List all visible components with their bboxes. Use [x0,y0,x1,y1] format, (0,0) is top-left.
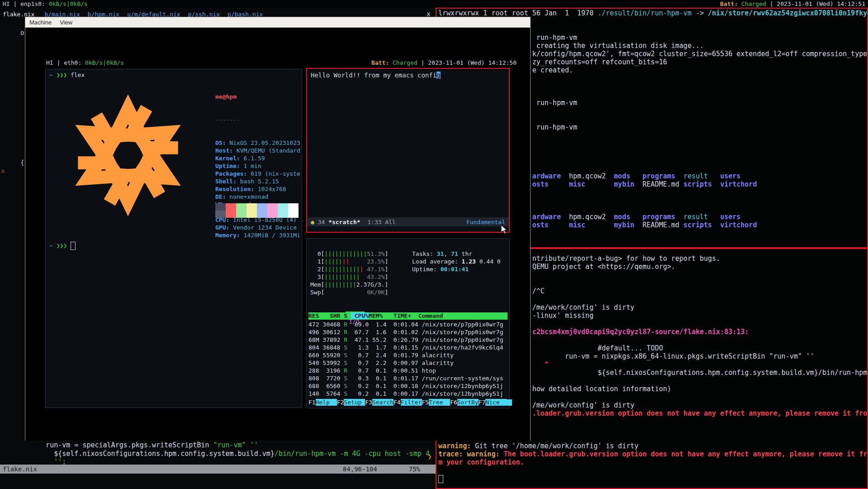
vm-battery-label: Batt: [371,59,389,66]
cpu-meter: Swp[ 0K/0K] [310,288,388,296]
palette-swatch [257,211,267,218]
htop-summary-line: Tasks: 31, 71 thr [412,250,501,258]
fetch-info-line: Packages: 619 (nix-syste [215,170,301,177]
terminal-line: trace: warning: The boot.loader.grub.ver… [438,450,867,458]
fetch-user-host: me@hpm [215,93,237,100]
desktop: HI | enp1s0: 0kB/s|0kB/s Batt: Charged |… [0,0,868,489]
palette-swatch [267,203,278,211]
htop-summary-line: Load average: 1.23 0.44 0 [412,258,501,265]
process-row: 68M 37892 R 47.1 55.2 0:26.79 /nix/store… [308,336,503,344]
vm-window-htop[interactable]: 0[||||||||||||51.3%] 1[||||||| 23.5%] 2[… [306,238,510,408]
command-text: flex [71,72,85,78]
fetch-info-line: Resolution: 1024x768 [215,185,301,193]
fkey-label-help[interactable]: Help [316,399,337,406]
modeline-indicator: ● [311,219,314,225]
fkey-label-sortby[interactable]: SortBy [457,399,479,406]
palette-swatch [215,211,226,218]
mouse-cursor [501,225,508,235]
palette-swatch [288,203,299,211]
fkey-label-nice[interactable]: Nice [485,399,507,406]
system-info-panel: me@hpm ------- OS: NixOS 23.05.20231023H… [215,77,301,254]
htop-table-header[interactable]: RES SHR S CPU%MEM% TIME+ Command [308,312,508,320]
htop-cursor-block [507,399,512,406]
fkey-f2[interactable]: F2 [337,399,344,406]
vm-clock: | 2023-11-01 (Wed) 14:12:50 [421,59,517,66]
vm-hostname: HI [46,59,53,66]
vim-statusline: flake.nix 84,96-104 75% [0,465,436,474]
cpu-meter: 2[||||||||||| 47.1%] [310,265,388,273]
menu-view[interactable]: View [56,18,76,27]
code-lines: run-vm = specialArgs.pkgs.writeScriptBin… [29,441,430,466]
code-line: ${self.nixosConfigurations.hpm.config.sy… [29,450,430,458]
fkey-label-filter[interactable]: Filter [401,399,422,406]
vm-window-emacs[interactable]: Hello World!! from my emacs config ● 34 … [306,68,510,233]
cpu-meter: 3[|||||||||| 43.2%] [310,273,388,281]
palette-swatch [257,203,267,211]
hostname: HI [3,0,10,7]
terminal-color-palette [215,203,299,218]
htop-summary-line: Uptime: 00:01:41 [412,265,501,273]
cpu-meter: 0[||||||||||||51.3%] [310,250,388,258]
menu-machine[interactable]: Machine [25,18,56,27]
fetch-info-line: Host: KVM/QEMU (Standard [215,147,301,154]
shell-prompt-empty: ~ ❯❯❯ [49,242,76,250]
palette-swatch [226,203,236,211]
palette-swatch [267,211,278,218]
fetch-info-line: Kernel: 6.1.59 [215,154,301,162]
fetch-info-line: GPU: Vendor 1234 Device [215,224,301,231]
stray-glyph: o [20,29,24,36]
process-row: 288 3196 R 0.7 0.1 0:00.51 htop [308,367,503,374]
fkey-label-setup[interactable]: Setup [344,399,365,406]
fkey-f4[interactable]: F4 [394,399,401,406]
fkey-f5[interactable]: F5 [422,399,429,406]
stray-glyph: { [20,159,24,166]
emacs-modeline: ● 34 *scratch* 1:33 All Fundamental [307,217,509,226]
statusline-filename: flake.nix [3,465,37,473]
qemu-menubar: MachineView [25,17,530,28]
fkey-f3[interactable]: F3 [365,399,372,406]
palette-swatch [236,211,247,218]
htop-function-key-bar: F1Help F2Setup F3SearchF4FilterF5Tree F6… [308,399,512,406]
htop-sort-column[interactable]: CPU% [351,312,369,319]
vm-net-rates: 0kB/s|0kB/s [81,59,124,66]
palette-swatch [215,203,226,211]
cpu-meter: 1[||||||| 23.5%] [310,258,388,265]
terminal-cursor [438,475,443,483]
terminal-line: lrwxrwxrwx 1 root root 56 Jan 1 1970 ./r… [438,9,867,17]
host-status-left: HI | enp1s0: 0kB/s|0kB/s [3,0,88,7]
palette-swatch [226,211,236,218]
battery-label: Batt: [720,0,738,7]
process-row: 496 30612 R 67.7 1.6 0:01.02 /nix/store/… [308,328,503,336]
fkey-f7[interactable]: F7 [479,399,486,406]
process-row: 540 53992 S 0.7 2.2 0:00.97 alacritty [308,359,503,367]
terminal-cursor [71,242,76,250]
modeline-major-mode: Fundamental [466,219,505,225]
vm-terminal-fetch[interactable]: ~ ❯❯❯ flex [45,69,302,408]
htop-cpu-meters: 0[||||||||||||51.3%] 1[||||||| 23.5%] 2[… [310,250,388,296]
process-row: 472 30468 R 69.0 1.4 0:01.04 /nix/store/… [308,321,503,328]
statusline-scroll-pct: 75% [409,465,420,473]
cpu-meter: Mem[|||||||||2.37G/3.] [310,281,388,288]
fkey-label-tree[interactable]: Tree [429,399,450,406]
process-row: 808 7720 S 0.3 0.1 0:01.17 /run/current-… [308,374,503,382]
modeline-position: 1:33 All [360,219,396,225]
palette-swatch [288,211,299,218]
htop-process-list: 472 30468 R 69.0 1.4 0:01.04 /nix/store/… [308,321,503,398]
palette-swatch [278,211,288,218]
emacs-buffer: Hello World!! from my emacs config [307,69,509,82]
palette-swatch [247,211,257,218]
terminal-line [438,466,867,475]
terminal-line: warning: Git tree '/home/me/work/config'… [438,442,867,450]
terminal-line: m your configuration. [438,458,867,466]
qemu-window[interactable]: MachineView HI | eth0: 0kB/s|0kB/s Batt:… [25,17,531,441]
fkey-f6[interactable]: F6 [450,399,457,406]
fkey-label-search[interactable]: Search [372,399,394,406]
fkey-f1[interactable]: F1 [308,399,316,406]
vm-display: HI | eth0: 0kB/s|0kB/s Batt: Charged | 2… [25,28,530,441]
code-line: run-vm = specialArgs.pkgs.writeScriptBin… [29,441,430,450]
shell-prompt: ~ ❯❯❯ flex [49,72,85,78]
process-row: 804 36848 S 1.3 1.7 0:01.15 /nix/store/h… [308,344,503,351]
fetch-info-line: Uptime: 1 min [215,162,301,170]
fetch-info-line: DE: none+xmonad [215,193,301,201]
fetch-info-line: Shell: bash 5.2.15 [215,177,301,185]
